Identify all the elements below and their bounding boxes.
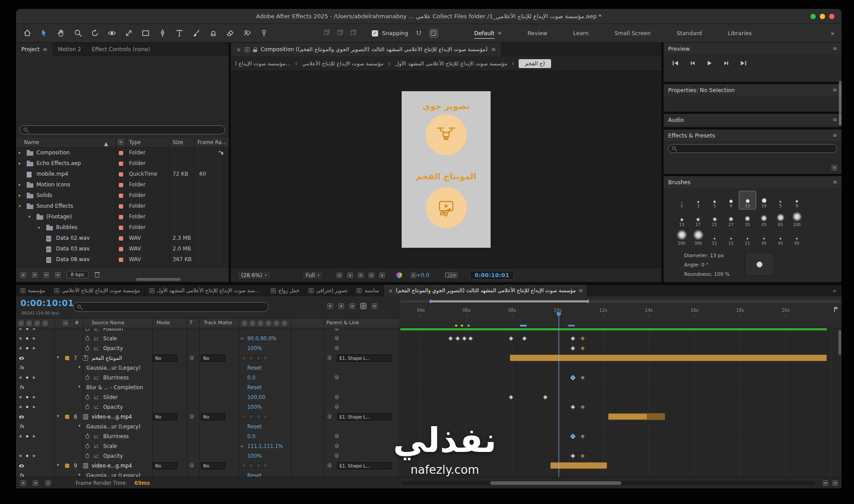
timeline-tab-overflow-icon[interactable]: » bbox=[827, 285, 842, 296]
previous-keyframe-icon[interactable]: ◀ bbox=[19, 375, 21, 379]
keyframe[interactable] bbox=[580, 375, 585, 380]
close-icon[interactable]: × bbox=[388, 287, 393, 294]
timeline-row-layer[interactable]: ▾8video-e...g.mp4No▾@No▾@11. Shape L...▾ bbox=[16, 412, 400, 422]
keyframe[interactable] bbox=[522, 336, 527, 341]
next-keyframe-icon[interactable]: ▶ bbox=[33, 405, 36, 409]
keyframe-diamond-icon[interactable]: ◆ bbox=[26, 336, 28, 340]
brush-preset[interactable]: 17 bbox=[690, 210, 706, 228]
stopwatch-icon[interactable] bbox=[85, 376, 89, 380]
layer-switch-icon[interactable] bbox=[242, 415, 246, 419]
keyframe-diamond-icon[interactable]: ◆ bbox=[26, 328, 28, 331]
timeline-row-fx[interactable]: fx▾Gaussia...ur (Legacy)Reset bbox=[16, 422, 400, 431]
layer-color-chip[interactable] bbox=[65, 415, 69, 419]
parent-pickwhip-icon[interactable]: @ bbox=[327, 355, 332, 360]
label-chip[interactable] bbox=[119, 204, 123, 209]
rectangle-tool[interactable] bbox=[139, 27, 152, 40]
keyframe-diamond-icon[interactable]: ◆ bbox=[26, 434, 28, 438]
timeline-row-prop[interactable]: ◀◆▶Position@ bbox=[16, 328, 400, 334]
track-matte-dropdown[interactable]: No▾ bbox=[201, 413, 225, 420]
solo-column-icon[interactable] bbox=[35, 321, 40, 326]
video-visible-icon[interactable] bbox=[19, 464, 24, 468]
label-chip[interactable] bbox=[119, 151, 123, 155]
video-visible-icon[interactable] bbox=[19, 357, 24, 360]
twirl-icon[interactable]: ▸ bbox=[19, 151, 21, 155]
audio-panel-header[interactable]: Audio ≡ bbox=[664, 114, 842, 125]
camera-tool[interactable] bbox=[105, 27, 118, 40]
timeline-row-prop[interactable]: ◀◆▶Scale∞90.0,90.0%@ bbox=[16, 334, 400, 343]
reset-link[interactable]: Reset bbox=[247, 384, 262, 391]
layer-switch-icon[interactable] bbox=[249, 356, 254, 360]
transparency-grid-icon[interactable] bbox=[347, 273, 353, 278]
timeline-tab[interactable]: مؤسسة صوت الإبداع للإنتاج الأعلامي bbox=[50, 285, 145, 296]
close-window-button[interactable] bbox=[829, 14, 834, 19]
keyframe-diamond-icon[interactable]: ◆ bbox=[26, 395, 28, 399]
keyframe[interactable] bbox=[570, 336, 575, 341]
rotation-tool[interactable] bbox=[88, 27, 101, 40]
parent-pickwhip-icon[interactable]: @ bbox=[334, 335, 339, 340]
brush-preset[interactable]: 11 bbox=[706, 229, 723, 246]
project-row[interactable]: ▸Motion IconsFolder bbox=[16, 180, 229, 190]
brush-preset[interactable]: 19 bbox=[756, 191, 772, 209]
stopwatch-icon[interactable] bbox=[85, 454, 89, 458]
comp-marker-bin-icon[interactable] bbox=[834, 307, 838, 312]
stopwatch-icon[interactable] bbox=[85, 405, 89, 409]
brush-preset[interactable]: 13 bbox=[739, 191, 756, 209]
audio-column-icon[interactable] bbox=[27, 321, 32, 326]
reset-link[interactable]: Reset bbox=[247, 365, 262, 371]
brush-preset[interactable]: 5 bbox=[772, 191, 789, 209]
parent-pickwhip-icon[interactable]: @ bbox=[334, 328, 339, 331]
brush-preset[interactable]: 13 bbox=[673, 210, 690, 228]
project-row[interactable]: ▸BubblesFolder bbox=[16, 222, 229, 233]
previous-keyframe-icon[interactable]: ◀ bbox=[19, 328, 21, 331]
timeline-row-prop[interactable]: ◀◆▶Blurriness0.0@ bbox=[16, 373, 400, 383]
label-chip[interactable] bbox=[119, 161, 123, 166]
column-header-t[interactable]: T bbox=[189, 320, 193, 326]
keyframe[interactable] bbox=[508, 395, 513, 399]
label-chip[interactable] bbox=[119, 183, 123, 187]
shy-layers-icon[interactable] bbox=[350, 303, 355, 309]
brush-preset[interactable]: 1 bbox=[673, 191, 690, 209]
layer-switch-icon[interactable] bbox=[242, 356, 246, 360]
layer-switch-icon[interactable] bbox=[242, 464, 246, 468]
toggle-transfer-controls-icon[interactable] bbox=[33, 480, 38, 486]
keyframe-diamond-icon[interactable]: ◆ bbox=[26, 346, 28, 350]
project-row[interactable]: Data 02.wavWAV2.3 MB bbox=[16, 233, 229, 244]
stopwatch-icon[interactable] bbox=[85, 444, 89, 448]
motion-blur-icon[interactable] bbox=[372, 303, 377, 309]
timeline-tab[interactable]: مؤسسة صوت الإبداع للإنتاج الأعلامي المشه… bbox=[145, 285, 266, 296]
panel-menu-icon[interactable]: ≡ bbox=[833, 45, 837, 52]
keyframe[interactable] bbox=[468, 336, 473, 341]
parent-pickwhip-icon[interactable]: @ bbox=[334, 433, 339, 438]
graph-toggle-icon[interactable] bbox=[94, 347, 99, 350]
keyframe[interactable] bbox=[580, 434, 585, 439]
twirl-icon[interactable]: ▾ bbox=[78, 424, 81, 428]
graph-toggle-icon[interactable] bbox=[94, 454, 99, 458]
reset-link[interactable]: Reset bbox=[247, 472, 262, 477]
keyframe-diamond-icon[interactable]: ◆ bbox=[26, 405, 28, 409]
keyframe[interactable] bbox=[580, 336, 585, 341]
column-header-size[interactable]: Size bbox=[173, 139, 183, 145]
snapping-checkbox[interactable]: ✓ bbox=[372, 30, 378, 36]
composition-tab[interactable]: × Composition (مؤسسة صوت الإبداع للإنتاج… bbox=[231, 43, 501, 56]
label-column-icon[interactable] bbox=[63, 321, 68, 326]
brush-preset[interactable]: 11 bbox=[739, 229, 756, 246]
workspace-standard[interactable]: Standard bbox=[677, 30, 702, 36]
parent-dropdown[interactable]: 11. Shape L...▾ bbox=[337, 413, 391, 420]
stopwatch-icon[interactable] bbox=[85, 395, 89, 399]
graph-toggle-icon[interactable] bbox=[94, 435, 99, 438]
property-value[interactable]: 100% bbox=[247, 404, 262, 410]
layer-color-chip[interactable] bbox=[65, 356, 69, 360]
color-depth-button[interactable]: 8 bpc bbox=[67, 271, 89, 278]
column-header-name[interactable]: Name bbox=[24, 139, 39, 145]
panel-menu-icon[interactable]: ≡ bbox=[833, 87, 837, 93]
brush-preset[interactable]: 45 bbox=[756, 210, 772, 228]
breadcrumb-current[interactable]: ج الفخم) bbox=[519, 59, 551, 68]
zoom-tool[interactable] bbox=[71, 27, 85, 40]
next-keyframe-icon[interactable]: ▶ bbox=[33, 375, 36, 379]
workspace-default[interactable]: Default≡ bbox=[474, 30, 502, 36]
keyframe[interactable] bbox=[570, 404, 575, 409]
twirl-icon[interactable]: ▾ bbox=[78, 473, 81, 477]
new-composition-icon[interactable] bbox=[44, 272, 49, 278]
graph-toggle-icon[interactable] bbox=[94, 328, 99, 331]
brush-preset[interactable]: 300 bbox=[690, 229, 706, 246]
